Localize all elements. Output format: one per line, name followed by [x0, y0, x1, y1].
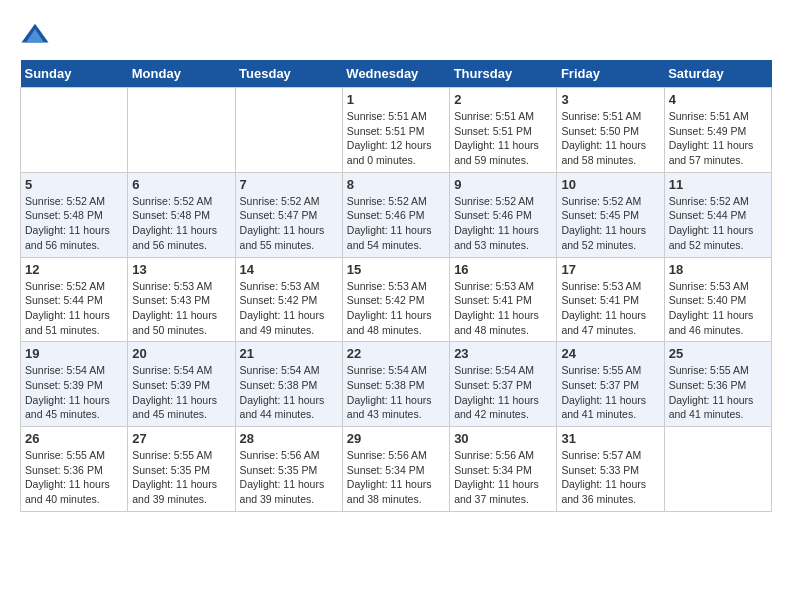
calendar-week-row: 1Sunrise: 5:51 AM Sunset: 5:51 PM Daylig… [21, 88, 772, 173]
day-number: 29 [347, 431, 445, 446]
calendar-day-cell: 13Sunrise: 5:53 AM Sunset: 5:43 PM Dayli… [128, 257, 235, 342]
day-info: Sunrise: 5:51 AM Sunset: 5:50 PM Dayligh… [561, 109, 659, 168]
calendar-day-cell: 9Sunrise: 5:52 AM Sunset: 5:46 PM Daylig… [450, 172, 557, 257]
day-info: Sunrise: 5:53 AM Sunset: 5:41 PM Dayligh… [454, 279, 552, 338]
calendar-day-cell: 22Sunrise: 5:54 AM Sunset: 5:38 PM Dayli… [342, 342, 449, 427]
calendar-day-cell [235, 88, 342, 173]
calendar-week-row: 19Sunrise: 5:54 AM Sunset: 5:39 PM Dayli… [21, 342, 772, 427]
calendar-day-cell: 18Sunrise: 5:53 AM Sunset: 5:40 PM Dayli… [664, 257, 771, 342]
day-info: Sunrise: 5:54 AM Sunset: 5:39 PM Dayligh… [132, 363, 230, 422]
calendar-day-cell: 11Sunrise: 5:52 AM Sunset: 5:44 PM Dayli… [664, 172, 771, 257]
calendar-day-cell: 17Sunrise: 5:53 AM Sunset: 5:41 PM Dayli… [557, 257, 664, 342]
page-header [20, 20, 772, 50]
calendar-day-cell: 27Sunrise: 5:55 AM Sunset: 5:35 PM Dayli… [128, 427, 235, 512]
day-number: 10 [561, 177, 659, 192]
calendar-week-row: 12Sunrise: 5:52 AM Sunset: 5:44 PM Dayli… [21, 257, 772, 342]
day-info: Sunrise: 5:53 AM Sunset: 5:42 PM Dayligh… [240, 279, 338, 338]
day-info: Sunrise: 5:55 AM Sunset: 5:37 PM Dayligh… [561, 363, 659, 422]
day-number: 2 [454, 92, 552, 107]
day-info: Sunrise: 5:52 AM Sunset: 5:48 PM Dayligh… [132, 194, 230, 253]
day-number: 7 [240, 177, 338, 192]
day-number: 21 [240, 346, 338, 361]
day-number: 18 [669, 262, 767, 277]
calendar-day-cell [664, 427, 771, 512]
day-info: Sunrise: 5:52 AM Sunset: 5:46 PM Dayligh… [347, 194, 445, 253]
calendar-day-cell: 15Sunrise: 5:53 AM Sunset: 5:42 PM Dayli… [342, 257, 449, 342]
day-number: 25 [669, 346, 767, 361]
day-number: 16 [454, 262, 552, 277]
calendar-day-cell: 5Sunrise: 5:52 AM Sunset: 5:48 PM Daylig… [21, 172, 128, 257]
day-info: Sunrise: 5:52 AM Sunset: 5:48 PM Dayligh… [25, 194, 123, 253]
day-number: 23 [454, 346, 552, 361]
day-number: 12 [25, 262, 123, 277]
calendar-table: SundayMondayTuesdayWednesdayThursdayFrid… [20, 60, 772, 512]
calendar-day-cell: 30Sunrise: 5:56 AM Sunset: 5:34 PM Dayli… [450, 427, 557, 512]
day-number: 1 [347, 92, 445, 107]
day-number: 26 [25, 431, 123, 446]
day-info: Sunrise: 5:54 AM Sunset: 5:37 PM Dayligh… [454, 363, 552, 422]
calendar-day-cell: 28Sunrise: 5:56 AM Sunset: 5:35 PM Dayli… [235, 427, 342, 512]
day-number: 4 [669, 92, 767, 107]
calendar-day-cell: 6Sunrise: 5:52 AM Sunset: 5:48 PM Daylig… [128, 172, 235, 257]
day-number: 15 [347, 262, 445, 277]
day-number: 27 [132, 431, 230, 446]
day-info: Sunrise: 5:52 AM Sunset: 5:45 PM Dayligh… [561, 194, 659, 253]
day-info: Sunrise: 5:52 AM Sunset: 5:44 PM Dayligh… [25, 279, 123, 338]
day-info: Sunrise: 5:56 AM Sunset: 5:35 PM Dayligh… [240, 448, 338, 507]
day-info: Sunrise: 5:54 AM Sunset: 5:38 PM Dayligh… [347, 363, 445, 422]
day-number: 31 [561, 431, 659, 446]
day-info: Sunrise: 5:53 AM Sunset: 5:41 PM Dayligh… [561, 279, 659, 338]
day-of-week-header: Saturday [664, 60, 771, 88]
day-info: Sunrise: 5:53 AM Sunset: 5:40 PM Dayligh… [669, 279, 767, 338]
calendar-day-cell: 12Sunrise: 5:52 AM Sunset: 5:44 PM Dayli… [21, 257, 128, 342]
day-number: 13 [132, 262, 230, 277]
logo [20, 20, 54, 50]
day-of-week-header: Tuesday [235, 60, 342, 88]
day-info: Sunrise: 5:55 AM Sunset: 5:36 PM Dayligh… [669, 363, 767, 422]
calendar-day-cell: 16Sunrise: 5:53 AM Sunset: 5:41 PM Dayli… [450, 257, 557, 342]
calendar-header-row: SundayMondayTuesdayWednesdayThursdayFrid… [21, 60, 772, 88]
day-number: 5 [25, 177, 123, 192]
day-info: Sunrise: 5:55 AM Sunset: 5:36 PM Dayligh… [25, 448, 123, 507]
day-of-week-header: Thursday [450, 60, 557, 88]
calendar-day-cell: 14Sunrise: 5:53 AM Sunset: 5:42 PM Dayli… [235, 257, 342, 342]
day-number: 28 [240, 431, 338, 446]
day-info: Sunrise: 5:51 AM Sunset: 5:49 PM Dayligh… [669, 109, 767, 168]
day-number: 30 [454, 431, 552, 446]
day-number: 8 [347, 177, 445, 192]
calendar-day-cell: 24Sunrise: 5:55 AM Sunset: 5:37 PM Dayli… [557, 342, 664, 427]
day-info: Sunrise: 5:51 AM Sunset: 5:51 PM Dayligh… [347, 109, 445, 168]
day-number: 14 [240, 262, 338, 277]
calendar-day-cell: 21Sunrise: 5:54 AM Sunset: 5:38 PM Dayli… [235, 342, 342, 427]
calendar-day-cell: 31Sunrise: 5:57 AM Sunset: 5:33 PM Dayli… [557, 427, 664, 512]
logo-icon [20, 20, 50, 50]
day-info: Sunrise: 5:52 AM Sunset: 5:46 PM Dayligh… [454, 194, 552, 253]
day-number: 19 [25, 346, 123, 361]
day-info: Sunrise: 5:53 AM Sunset: 5:43 PM Dayligh… [132, 279, 230, 338]
day-number: 17 [561, 262, 659, 277]
day-number: 22 [347, 346, 445, 361]
calendar-day-cell: 26Sunrise: 5:55 AM Sunset: 5:36 PM Dayli… [21, 427, 128, 512]
calendar-day-cell: 19Sunrise: 5:54 AM Sunset: 5:39 PM Dayli… [21, 342, 128, 427]
day-info: Sunrise: 5:52 AM Sunset: 5:47 PM Dayligh… [240, 194, 338, 253]
calendar-day-cell: 20Sunrise: 5:54 AM Sunset: 5:39 PM Dayli… [128, 342, 235, 427]
calendar-week-row: 5Sunrise: 5:52 AM Sunset: 5:48 PM Daylig… [21, 172, 772, 257]
day-number: 11 [669, 177, 767, 192]
day-of-week-header: Wednesday [342, 60, 449, 88]
calendar-day-cell: 7Sunrise: 5:52 AM Sunset: 5:47 PM Daylig… [235, 172, 342, 257]
calendar-day-cell: 3Sunrise: 5:51 AM Sunset: 5:50 PM Daylig… [557, 88, 664, 173]
day-of-week-header: Sunday [21, 60, 128, 88]
day-info: Sunrise: 5:57 AM Sunset: 5:33 PM Dayligh… [561, 448, 659, 507]
day-info: Sunrise: 5:51 AM Sunset: 5:51 PM Dayligh… [454, 109, 552, 168]
day-of-week-header: Monday [128, 60, 235, 88]
day-number: 6 [132, 177, 230, 192]
calendar-day-cell: 25Sunrise: 5:55 AM Sunset: 5:36 PM Dayli… [664, 342, 771, 427]
calendar-day-cell: 8Sunrise: 5:52 AM Sunset: 5:46 PM Daylig… [342, 172, 449, 257]
calendar-day-cell [21, 88, 128, 173]
day-info: Sunrise: 5:53 AM Sunset: 5:42 PM Dayligh… [347, 279, 445, 338]
day-of-week-header: Friday [557, 60, 664, 88]
calendar-week-row: 26Sunrise: 5:55 AM Sunset: 5:36 PM Dayli… [21, 427, 772, 512]
calendar-day-cell: 1Sunrise: 5:51 AM Sunset: 5:51 PM Daylig… [342, 88, 449, 173]
day-number: 24 [561, 346, 659, 361]
day-info: Sunrise: 5:55 AM Sunset: 5:35 PM Dayligh… [132, 448, 230, 507]
